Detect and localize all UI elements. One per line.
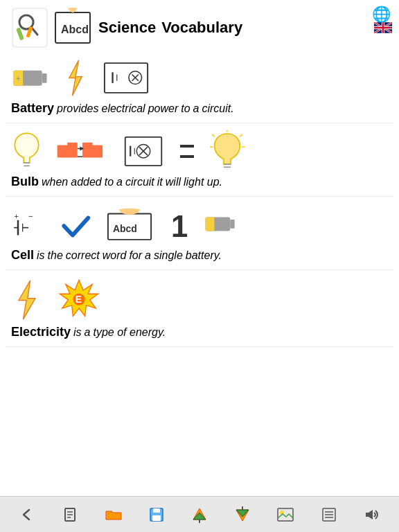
header: Abcd Science Vocabulary: [0, 0, 399, 51]
cell-word: Cell: [11, 248, 34, 263]
cell-text: Cell is the correct word for a single ba…: [6, 247, 393, 267]
bulb-icons: [6, 125, 393, 173]
svg-text:−: −: [28, 211, 33, 220]
svg-rect-25: [82, 145, 103, 157]
equals-icon: [177, 132, 197, 170]
svg-text:+: +: [14, 211, 19, 220]
uk-flag-icon: [374, 22, 392, 33]
svg-rect-26: [82, 142, 93, 146]
up-flag-button[interactable]: [187, 502, 212, 527]
bulb-off-icon: [11, 130, 42, 172]
cell-icons: + − Abcd 1: [6, 198, 393, 247]
circuit-x-icon: [123, 132, 164, 170]
svg-rect-65: [152, 515, 161, 521]
page-button[interactable]: [57, 502, 82, 527]
globe-icon[interactable]: 🌐: [372, 6, 391, 24]
checkmark-icon: [58, 206, 93, 244]
battery-icons: +: [6, 51, 393, 100]
svg-rect-22: [67, 142, 78, 146]
list-button[interactable]: [317, 502, 342, 527]
toolbar: [0, 496, 399, 532]
electricity-icons: E: [6, 272, 393, 323]
electricity-row: E Electricity is a type of energy.: [6, 272, 393, 347]
electricity-word: Electricity: [11, 325, 71, 339]
electricity-bolt-icon: [11, 279, 42, 321]
lightning-icon: [62, 59, 89, 97]
circuit-bulb-icon: [102, 59, 150, 97]
svg-rect-21: [57, 145, 78, 157]
svg-rect-10: [42, 73, 47, 82]
svg-text:+: +: [16, 73, 20, 82]
header-titles: Science Vocabulary: [98, 19, 242, 37]
save-button[interactable]: [144, 502, 169, 527]
battery-icon: +: [11, 59, 49, 97]
svg-text:E: E: [76, 294, 82, 305]
svg-rect-53: [206, 217, 215, 231]
folder-button[interactable]: [101, 502, 126, 527]
small-battery-icon: [203, 206, 238, 244]
number-one-icon: 1: [166, 206, 190, 244]
bulb-on-icon: [210, 130, 245, 172]
energy-burst-icon: E: [55, 277, 103, 322]
image-button[interactable]: [273, 502, 298, 527]
abcd-sign-icon: Abcd: [105, 206, 154, 244]
bulb-word: Bulb: [11, 175, 39, 189]
content: + Battery provides electrical power: [0, 51, 399, 347]
vocabulary-icon: Abcd: [54, 7, 91, 48]
back-button[interactable]: [15, 502, 39, 527]
battery-word: Battery: [11, 101, 54, 116]
vocabulary-title: Vocabulary: [161, 19, 242, 37]
cell-row: + − Abcd 1: [6, 198, 393, 270]
down-flag-button[interactable]: [230, 502, 255, 527]
bulb-row: Bulb when added to a circuit it will lig…: [6, 125, 393, 197]
svg-text:1: 1: [171, 209, 188, 243]
svg-rect-64: [153, 508, 160, 513]
series-blocks-icon: [55, 132, 110, 170]
electricity-text: Electricity is a type of energy.: [6, 323, 393, 344]
svg-marker-12: [69, 60, 82, 95]
science-icon: [11, 7, 48, 48]
svg-line-39: [240, 134, 242, 136]
svg-line-41: [212, 134, 214, 136]
svg-rect-54: [230, 220, 234, 229]
svg-text:Abcd: Abcd: [113, 223, 137, 234]
header-icons: Abcd: [11, 7, 91, 48]
battery-text: Battery provides electrical power to a c…: [6, 100, 393, 120]
svg-marker-55: [19, 280, 35, 319]
svg-rect-72: [278, 508, 293, 521]
svg-text:Abcd: Abcd: [61, 24, 89, 35]
svg-marker-78: [366, 510, 373, 520]
sound-button[interactable]: [360, 502, 384, 527]
cell-symbol-icon: + −: [11, 206, 46, 244]
battery-row: + Battery provides electrical power: [6, 51, 393, 123]
science-title: Science: [98, 19, 156, 37]
bulb-text: Bulb when added to a circuit it will lig…: [6, 173, 393, 193]
